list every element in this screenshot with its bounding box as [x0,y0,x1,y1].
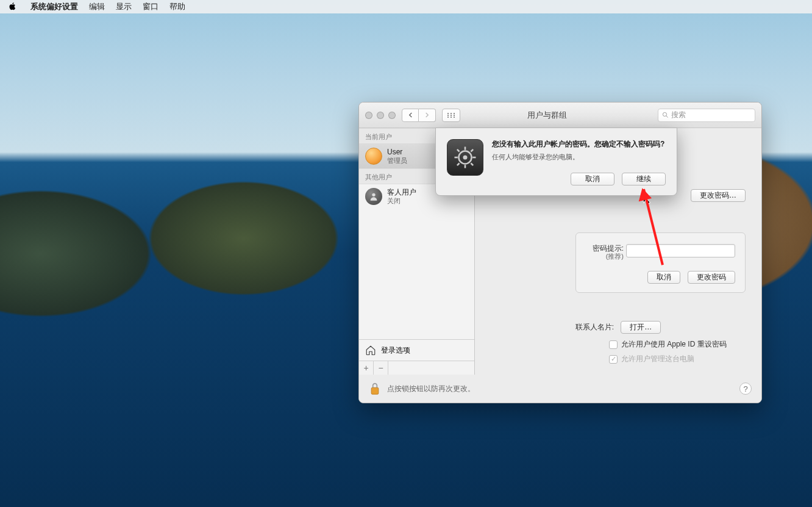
user-avatar-icon [365,148,382,165]
menu-window[interactable]: 窗口 [143,1,158,12]
menu-view[interactable]: 显示 [116,1,132,12]
help-button[interactable]: ? [739,383,752,395]
search-field[interactable]: 搜索 [658,109,755,122]
minimize-button[interactable] [377,112,384,119]
login-options-label: 登录选项 [381,345,410,356]
svg-point-5 [454,115,455,116]
preferences-icon [447,139,483,176]
close-button[interactable] [365,112,372,119]
apple-menu-icon[interactable] [9,2,17,12]
guest-avatar-icon [365,188,382,205]
hint-cancel-button[interactable]: 取消 [647,271,680,284]
svg-point-9 [663,112,666,116]
contact-card-row: 联系人名片: 打开… [475,321,761,334]
hint-change-button[interactable]: 更改密码 [688,271,735,284]
svg-point-2 [454,113,455,114]
show-all-button[interactable] [442,109,460,122]
search-placeholder: 搜索 [671,110,686,120]
lock-text: 点按锁按钮以防再次更改。 [387,384,475,394]
user-role: 管理员 [387,157,407,165]
user-name: User [387,148,407,157]
login-options-row[interactable]: 登录选项 [359,339,474,361]
add-user-button[interactable]: + [359,361,374,375]
traffic-lights [365,112,396,119]
add-remove-bar: + − [359,361,474,375]
menu-help[interactable]: 帮助 [169,1,185,12]
appleid-reset-row[interactable]: 允许用户使用 Apple ID 重设密码 [609,339,727,350]
sheet-heading: 您没有输入此用户帐户的密码。您确定不输入密码吗? [492,139,666,149]
checkbox-icon [609,340,618,349]
remove-user-button[interactable]: − [374,361,388,375]
password-hint-panel: 密码提示: (推荐) 取消 更改密码 [575,232,746,293]
confirm-sheet: 您没有输入此用户帐户的密码。您确定不输入密码吗? 任何人均能够登录您的电脑。 取… [435,128,677,196]
svg-point-7 [451,117,452,118]
svg-point-4 [451,115,452,116]
svg-point-1 [451,113,452,114]
svg-point-14 [463,156,468,160]
svg-point-0 [447,113,449,114]
password-hint-input[interactable] [626,244,735,257]
guest-role: 关闭 [387,197,416,205]
sheet-cancel-button[interactable]: 取消 [571,173,614,185]
window-titlebar: 用户与群组 搜索 [359,102,761,128]
svg-line-19 [457,149,460,152]
open-contact-button[interactable]: 打开… [621,321,661,334]
change-password-button[interactable]: 更改密码… [691,189,746,202]
search-icon [662,112,669,118]
house-icon [365,345,376,356]
svg-line-10 [666,116,668,118]
window-title: 用户与群组 [466,110,652,121]
forward-button[interactable] [419,109,436,122]
window-footer: 点按锁按钮以防再次更改。 ? [359,375,761,403]
appleid-reset-label: 允许用户使用 Apple ID 重设密码 [621,339,727,350]
svg-point-11 [372,193,375,196]
back-button[interactable] [402,109,419,122]
allow-admin-label: 允许用户管理这台电脑 [621,354,694,364]
svg-point-8 [454,117,455,118]
svg-rect-12 [371,387,379,394]
menu-app-name[interactable]: 系统偏好设置 [30,1,78,12]
sheet-continue-button[interactable]: 继续 [622,173,666,185]
hint-label: 密码提示: (推荐) [586,244,624,261]
nav-buttons [402,109,436,122]
menu-edit[interactable]: 编辑 [89,1,105,12]
sheet-message: 任何人均能够登录您的电脑。 [492,153,666,162]
svg-point-6 [447,117,449,118]
svg-point-3 [447,115,449,116]
svg-line-21 [457,163,460,165]
lock-icon[interactable] [369,381,381,397]
svg-line-22 [471,149,473,152]
menu-bar: 系统偏好设置 编辑 显示 窗口 帮助 [0,0,812,13]
allow-admin-row: ✓ 允许用户管理这台电脑 [609,354,694,364]
checkbox-icon: ✓ [609,355,618,364]
zoom-button[interactable] [388,112,396,119]
svg-line-20 [471,163,473,165]
contact-label: 联系人名片: [575,323,614,331]
guest-name: 客人用户 [387,189,416,197]
